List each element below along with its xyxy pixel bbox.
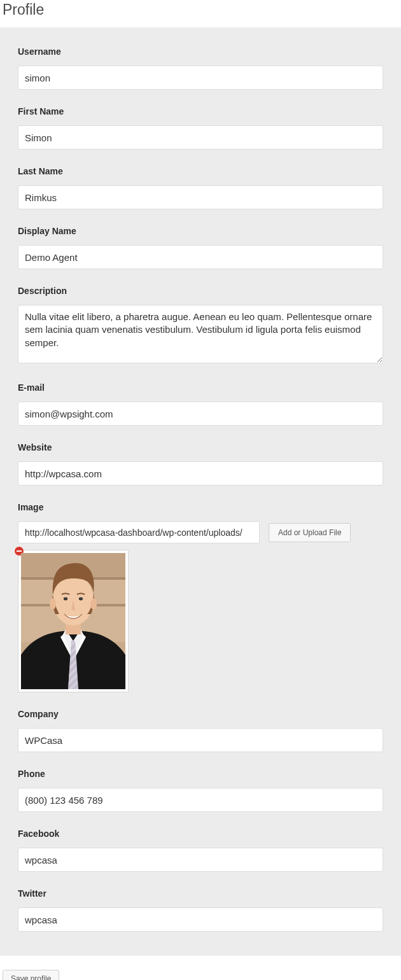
save-bar: Save profile — [0, 956, 401, 980]
profile-form-panel: Username First Name Last Name Display Na… — [0, 27, 401, 956]
field-group-website: Website — [18, 442, 383, 486]
field-group-first-name: First Name — [18, 106, 383, 150]
image-row: Add or Upload File — [18, 521, 383, 543]
label-facebook: Facebook — [18, 829, 383, 839]
field-group-facebook: Facebook — [18, 829, 383, 872]
label-phone: Phone — [18, 769, 383, 779]
website-input[interactable] — [18, 461, 383, 486]
field-group-company: Company — [18, 709, 383, 752]
company-input[interactable] — [18, 728, 383, 752]
facebook-input[interactable] — [18, 848, 383, 872]
username-input[interactable] — [18, 66, 383, 90]
label-last-name: Last Name — [18, 166, 383, 176]
label-image: Image — [18, 502, 383, 512]
field-group-twitter: Twitter — [18, 888, 383, 932]
field-group-image: Image Add or Upload File — [18, 502, 383, 692]
label-description: Description — [18, 286, 383, 296]
field-group-description: Description Nulla vitae elit libero, a p… — [18, 286, 383, 366]
label-email: E-mail — [18, 382, 383, 393]
email-input[interactable] — [18, 402, 383, 426]
label-company: Company — [18, 709, 383, 719]
phone-input[interactable] — [18, 788, 383, 812]
image-path-input[interactable] — [18, 521, 260, 543]
label-display-name: Display Name — [18, 226, 383, 236]
save-profile-button[interactable]: Save profile — [3, 970, 59, 980]
add-upload-file-button[interactable]: Add or Upload File — [269, 523, 351, 542]
image-preview-container — [18, 550, 129, 692]
field-group-last-name: Last Name — [18, 166, 383, 209]
last-name-input[interactable] — [18, 185, 383, 209]
svg-point-9 — [64, 598, 67, 601]
svg-point-8 — [90, 598, 97, 610]
field-group-username: Username — [18, 46, 383, 90]
field-group-display-name: Display Name — [18, 226, 383, 269]
svg-point-7 — [50, 598, 56, 610]
display-name-input[interactable] — [18, 245, 383, 269]
field-group-phone: Phone — [18, 769, 383, 812]
field-group-email: E-mail — [18, 382, 383, 426]
label-website: Website — [18, 442, 383, 452]
label-twitter: Twitter — [18, 888, 383, 899]
description-textarea[interactable]: Nulla vitae elit libero, a pharetra augu… — [18, 305, 383, 363]
twitter-input[interactable] — [18, 907, 383, 932]
profile-image-preview — [21, 553, 125, 689]
page-title: Profile — [0, 0, 401, 27]
label-username: Username — [18, 46, 383, 57]
svg-point-10 — [79, 598, 83, 601]
label-first-name: First Name — [18, 106, 383, 116]
first-name-input[interactable] — [18, 125, 383, 150]
